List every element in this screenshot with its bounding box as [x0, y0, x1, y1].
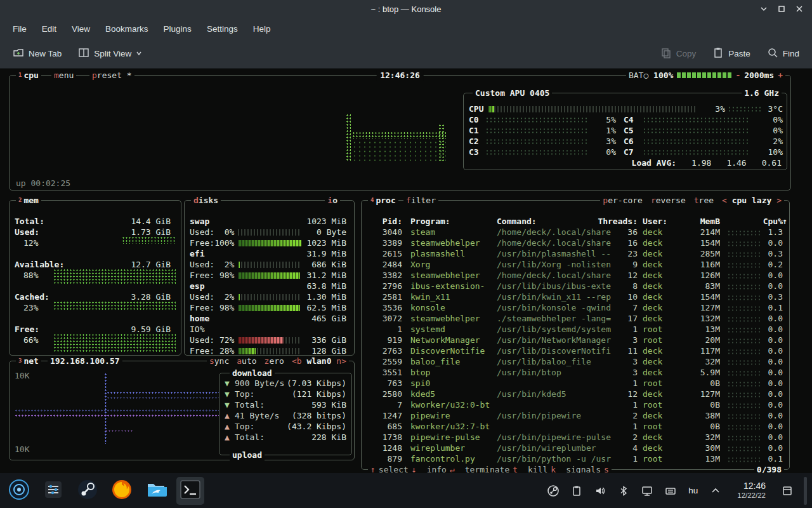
- display-icon[interactable]: [640, 484, 654, 498]
- window-titlebar[interactable]: ~ : btop — Konsole: [0, 0, 812, 18]
- process-program: pipewire: [410, 410, 494, 421]
- reverse-toggle[interactable]: reverse: [651, 195, 686, 206]
- process-pid: 879: [364, 453, 402, 464]
- process-user: root: [643, 335, 679, 345]
- clipboard-tray-icon[interactable]: [570, 484, 584, 498]
- cpu-details-panel: Custom APU 0405 1.6 GHz CPU 3% 3°C C0: [463, 93, 787, 170]
- process-row[interactable]: 2615 plasmashell /usr/bin/plasmashell --…: [362, 248, 789, 259]
- signals-button[interactable]: signalss: [566, 464, 609, 473]
- disk-free-meter: [238, 305, 301, 311]
- menu-item[interactable]: File: [6, 21, 33, 37]
- filter-button[interactable]: filter: [406, 195, 436, 206]
- process-list-header[interactable]: Pid: Program: Command: Threads: User: Me…: [362, 216, 789, 227]
- application-launcher-button[interactable]: [5, 477, 33, 505]
- menu-item[interactable]: Help: [247, 21, 277, 37]
- keyboard-layout-indicator[interactable]: hu: [687, 486, 699, 495]
- tree-toggle[interactable]: tree: [694, 195, 714, 206]
- process-row[interactable]: 685 kworker/u32:7-bt 1 root 0B 0.0: [362, 421, 789, 432]
- terminal-viewport[interactable]: 1cpu menu preset * 12:46:26 BAT○ 100% - …: [0, 69, 812, 473]
- net-stat-value: (43.2 Kibps): [287, 421, 346, 432]
- task-konsole[interactable]: [176, 477, 204, 505]
- menu-item[interactable]: Bookmarks: [99, 21, 155, 37]
- select-controls[interactable]: ↑select↓: [370, 464, 417, 473]
- process-row[interactable]: 919 NetworkManager /usr/bin/NetworkManag…: [362, 335, 789, 345]
- sort-next-button[interactable]: >: [776, 196, 782, 205]
- core-graph: [643, 117, 749, 123]
- process-mem: 32M: [682, 432, 720, 443]
- steam-tray-icon[interactable]: [546, 484, 560, 498]
- iface-prev-button[interactable]: <b: [292, 356, 302, 366]
- process-program: systemd: [410, 324, 494, 335]
- process-row[interactable]: 3382 steamwebhelper /home/deck/.local/sh…: [362, 270, 789, 281]
- process-cpu: 0.1: [759, 453, 783, 464]
- process-command: /usr/bin/pipewire-pulse: [497, 432, 613, 443]
- mem-graph: [122, 236, 176, 244]
- iface-next-button[interactable]: n>: [336, 356, 346, 366]
- menu-item[interactable]: Settings: [200, 21, 244, 37]
- copy-button[interactable]: Copy: [654, 42, 703, 65]
- auto-toggle[interactable]: auto: [237, 356, 256, 366]
- ip-address: 192.168.100.57: [48, 356, 122, 366]
- disk-used-value: 686 KiB: [304, 259, 351, 270]
- interval-decrease-button[interactable]: -: [735, 70, 740, 81]
- process-cpu-graph: [727, 284, 760, 290]
- maximize-button[interactable]: [774, 3, 789, 15]
- find-button[interactable]: Find: [761, 42, 806, 65]
- split-view-button[interactable]: Split View: [72, 42, 148, 65]
- process-row[interactable]: 2763 DiscoverNotifie /usr/lib/DiscoverNo…: [362, 345, 789, 356]
- process-row[interactable]: 1248 wireplumber /usr/bin/wireplumber 4 …: [362, 443, 789, 453]
- per-core-toggle[interactable]: per-core: [603, 195, 643, 206]
- task-dolphin[interactable]: [142, 477, 170, 505]
- zero-toggle[interactable]: zero: [265, 356, 284, 366]
- terminate-button[interactable]: terminatet: [465, 464, 518, 473]
- clock-widget[interactable]: 12:46 12/22/22: [737, 481, 766, 500]
- new-tab-button[interactable]: New Tab: [6, 42, 68, 65]
- task-firefox[interactable]: [108, 477, 136, 505]
- process-row[interactable]: 2580 kded5 /usr/bin/kded5 12 deck 127M 0…: [362, 389, 789, 399]
- process-row[interactable]: 7 kworker/u32:0-bt 1 root 0B 0.0: [362, 399, 789, 410]
- net-stat-label: 900 Byte/s: [235, 378, 284, 389]
- task-steam[interactable]: [74, 477, 102, 505]
- process-user: deck: [643, 302, 679, 313]
- volume-icon[interactable]: [593, 484, 607, 498]
- process-row[interactable]: 2559 baloo_file /usr/lib/baloo_file 3 de…: [362, 356, 789, 367]
- core-graph: [643, 138, 749, 144]
- net-stat-value: 228 KiB: [311, 432, 346, 443]
- menu-item[interactable]: Plugins: [157, 21, 198, 37]
- menu-item[interactable]: View: [65, 21, 96, 37]
- interval-increase-button[interactable]: +: [778, 70, 783, 81]
- process-row[interactable]: 2796 ibus-extension- /usr/lib/ibus/ibus-…: [362, 281, 789, 291]
- process-row[interactable]: 3072 steamwebhelper ./steamwebhelper -la…: [362, 313, 789, 324]
- process-row[interactable]: 2581 kwin_x11 /usr/bin/kwin_x11 --rep 10…: [362, 291, 789, 302]
- process-command: ./steamwebhelper -lang=: [497, 313, 613, 324]
- io-mode-toggle[interactable]: io: [325, 195, 340, 206]
- minimize-button[interactable]: [756, 3, 771, 15]
- kill-button[interactable]: killk: [528, 464, 556, 473]
- process-row[interactable]: 879 fancontrol.py /usr/bin/python -u /us…: [362, 453, 789, 464]
- info-button[interactable]: info↵: [427, 464, 455, 473]
- sync-toggle[interactable]: sync: [209, 356, 229, 366]
- process-row[interactable]: 3389 steamwebhelper /home/deck/.local/sh…: [362, 237, 789, 248]
- process-row[interactable]: 3551 btop /usr/bin/btop 3 deck 5.9M 0.0: [362, 367, 789, 378]
- process-mem: 83M: [682, 281, 720, 291]
- process-row[interactable]: 2484 Xorg /usr/lib/Xorg -nolisten 9 deck…: [362, 259, 789, 270]
- menu-item[interactable]: Edit: [36, 21, 63, 37]
- process-row[interactable]: 763 spi0 1 root 0B 0.0: [362, 378, 789, 389]
- process-row[interactable]: 3040 steam /home/deck/.local/share 36 de…: [362, 227, 789, 237]
- process-row[interactable]: 1738 pipewire-pulse /usr/bin/pipewire-pu…: [362, 432, 789, 443]
- sort-prev-button[interactable]: <: [722, 196, 727, 205]
- settings-widget-button[interactable]: [39, 477, 67, 505]
- notifications-icon[interactable]: [780, 484, 794, 498]
- process-row[interactable]: 1247 pipewire /usr/bin/pipewire 2 deck 3…: [362, 410, 789, 421]
- clock-readout: 12:46:26: [376, 70, 424, 81]
- tray-expand-button[interactable]: [709, 484, 723, 498]
- keyboard-icon[interactable]: [664, 484, 678, 498]
- show-desktop-button[interactable]: [804, 477, 807, 505]
- paste-button[interactable]: Paste: [706, 42, 757, 65]
- bluetooth-icon[interactable]: [617, 484, 631, 498]
- process-row[interactable]: 1 systemd /usr/lib/systemd/system 1 root…: [362, 324, 789, 335]
- preset-button[interactable]: preset *: [92, 70, 132, 81]
- process-row[interactable]: 3536 konsole /usr/bin/konsole -qwind 7 d…: [362, 302, 789, 313]
- menu-button[interactable]: menu: [54, 70, 74, 81]
- close-button[interactable]: [792, 3, 807, 15]
